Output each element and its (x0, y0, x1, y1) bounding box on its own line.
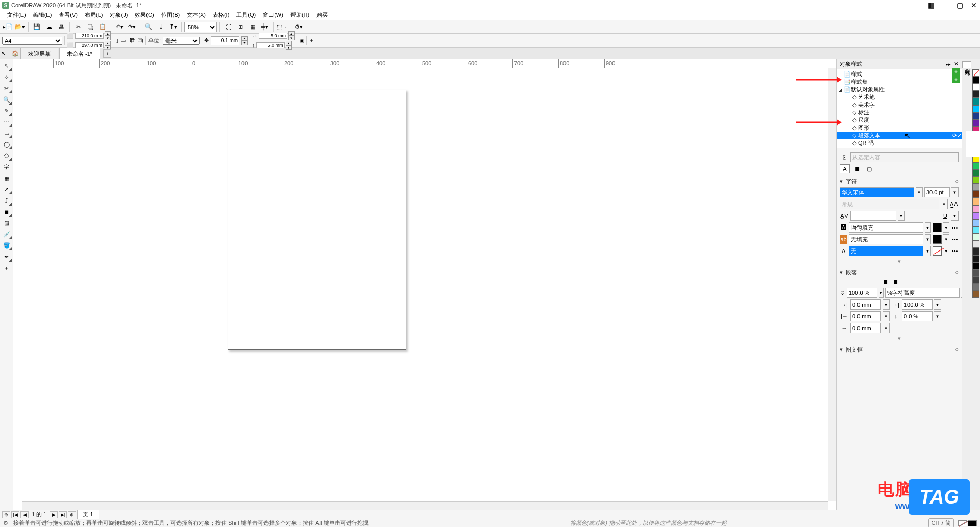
outline-tool-icon[interactable]: ✒ (1, 251, 12, 262)
dimension-tool-icon[interactable]: ↗ (1, 184, 12, 195)
align-justify-icon[interactable]: ≣ (880, 277, 890, 286)
add-preset-icon[interactable]: ＋ (309, 37, 314, 44)
duplicate-y[interactable] (256, 42, 285, 48)
panel-collapse-icon[interactable]: ▸▸ (946, 62, 951, 67)
eyedropper-icon[interactable]: 💉 (1, 229, 12, 240)
color-swatch[interactable] (972, 291, 979, 298)
color-swatch[interactable] (972, 105, 979, 112)
portrait-icon[interactable]: ▯ (115, 37, 118, 44)
rulers-icon[interactable]: ⊞ (235, 21, 246, 33)
page-width[interactable] (75, 33, 104, 39)
current-page-icon[interactable]: ⿻ (138, 38, 143, 44)
color-swatch[interactable] (972, 119, 979, 127)
tree-dimension[interactable]: ◇尺度 (837, 116, 962, 124)
color-swatch[interactable] (972, 234, 979, 241)
fill-tool-icon[interactable]: 🪣 (1, 240, 12, 251)
no-color-swatch[interactable] (972, 69, 979, 77)
tree-default-props[interactable]: ◢📄默认对象属性 (837, 86, 962, 93)
color-swatch[interactable] (972, 162, 979, 169)
panel-close-icon[interactable]: ✕ (954, 61, 959, 67)
spacing-mode-input[interactable] (885, 288, 960, 298)
open-icon[interactable]: 📂▾ (14, 21, 26, 33)
expand-char-icon[interactable]: ▾ (840, 258, 959, 265)
table-tool-icon[interactable]: ▦ (1, 172, 12, 184)
transparency-icon[interactable]: ▨ (1, 217, 12, 229)
color-swatch[interactable] (972, 112, 979, 119)
zoom-tool-icon[interactable]: 🔍 (1, 94, 12, 105)
color-swatch[interactable] (972, 241, 979, 248)
color-swatch[interactable] (972, 212, 979, 219)
underline-icon[interactable]: U (941, 211, 950, 220)
no-outline-swatch[interactable] (933, 246, 942, 256)
align-force-icon[interactable]: ≣ (891, 277, 900, 286)
color-swatch[interactable] (972, 184, 979, 191)
tree-qr-code[interactable]: ◇QR 码 (837, 139, 962, 147)
color-swatch[interactable] (972, 91, 979, 98)
tree-style-sets[interactable]: 📑样式集 (837, 78, 962, 86)
new-doc-icon[interactable]: ▸📄 (2, 21, 13, 33)
color-swatch[interactable] (972, 98, 979, 105)
add-page-before-icon[interactable]: ⊕ (2, 511, 10, 518)
artistic-media-icon[interactable]: 〰 (1, 116, 12, 128)
treat-as-filled-icon[interactable]: ▣ (299, 37, 304, 44)
pick-tool-icon[interactable]: ↖ (1, 60, 12, 71)
menu-object[interactable]: 对象(J) (107, 10, 131, 20)
menu-view[interactable]: 查看(V) (56, 10, 81, 20)
maximize-button[interactable]: ▢ (955, 1, 964, 9)
color-swatch[interactable] (972, 277, 979, 284)
connector-tool-icon[interactable]: ⤴ (1, 195, 12, 206)
menu-tools[interactable]: 工具(Q) (233, 10, 259, 20)
font-size-input[interactable] (924, 187, 950, 197)
tree-item-action1-icon[interactable]: ⟳ (952, 132, 957, 139)
units-select[interactable]: 毫米 (163, 37, 200, 45)
indent-right-input[interactable] (850, 311, 881, 321)
section-opt-icon[interactable]: ○ (955, 178, 959, 184)
next-page-icon[interactable]: ▶ (50, 511, 58, 518)
color-swatch[interactable] (972, 269, 979, 277)
font-style-input[interactable] (840, 199, 939, 209)
export-icon[interactable]: ⤒▾ (167, 21, 179, 33)
zoom-level[interactable]: 58% (184, 22, 217, 32)
color-swatch[interactable] (972, 284, 979, 291)
tree-styles[interactable]: 📄样式 (837, 70, 962, 78)
print-icon[interactable]: 🖶 (56, 21, 67, 33)
outline-more-icon[interactable]: ••• (951, 248, 959, 254)
space-after-input[interactable] (902, 311, 933, 321)
duplicate-x[interactable] (259, 33, 287, 39)
color-swatch[interactable] (972, 169, 979, 177)
ellipse-tool-icon[interactable]: ◯ (1, 139, 12, 150)
menu-help[interactable]: 帮助(H) (287, 10, 312, 20)
save-cloud-icon[interactable]: ☁ (43, 21, 55, 33)
color-swatch[interactable] (972, 248, 979, 255)
menu-effect[interactable]: 效果(C) (132, 10, 157, 20)
color-swatch[interactable] (972, 198, 979, 205)
menu-buy[interactable]: 购买 (313, 10, 331, 20)
status-fill-swatch[interactable] (968, 520, 977, 526)
scrollbar-vertical[interactable] (828, 68, 836, 501)
menu-table[interactable]: 表格(I) (210, 10, 232, 20)
color-swatch[interactable] (972, 219, 979, 227)
drop-shadow-icon[interactable]: ◼ (1, 206, 12, 217)
close-button[interactable]: ✕ (970, 1, 978, 9)
options-icon[interactable]: ⚙▾ (293, 21, 304, 33)
para-tab-icon[interactable]: ≣ (852, 164, 862, 173)
menu-file[interactable]: 文件(E) (4, 10, 29, 20)
align-none-icon[interactable]: ≡ (840, 277, 849, 286)
fullscreen-icon[interactable]: ⛶ (223, 21, 234, 33)
text-tool-icon[interactable]: 字 (1, 161, 12, 172)
tree-artistic-text[interactable]: ◇美术字 (837, 101, 962, 109)
new-from-icon[interactable]: ⎘ (840, 153, 849, 162)
minimize-button[interactable]: — (941, 1, 949, 9)
color-swatch[interactable] (972, 262, 979, 269)
align-center-icon[interactable]: ≡ (860, 277, 869, 286)
color-swatch[interactable] (972, 255, 979, 262)
page-tab[interactable]: 页 1 (77, 510, 99, 519)
all-pages-icon[interactable]: ⿻ (130, 38, 136, 44)
fill-color-swatch[interactable] (933, 223, 942, 232)
landscape-icon[interactable]: ▭ (120, 37, 126, 44)
tree-callout[interactable]: ◇标注 (837, 109, 962, 116)
pick-tool-small-icon[interactable]: ↖ (1, 50, 10, 57)
tree-item-action2-icon[interactable]: ⤢ (957, 132, 962, 139)
add-styleset-icon[interactable]: ＋ (952, 76, 960, 83)
ruler-horizontal[interactable]: 100 200 100 0 100 200 300 400 500 600 70… (22, 59, 836, 68)
